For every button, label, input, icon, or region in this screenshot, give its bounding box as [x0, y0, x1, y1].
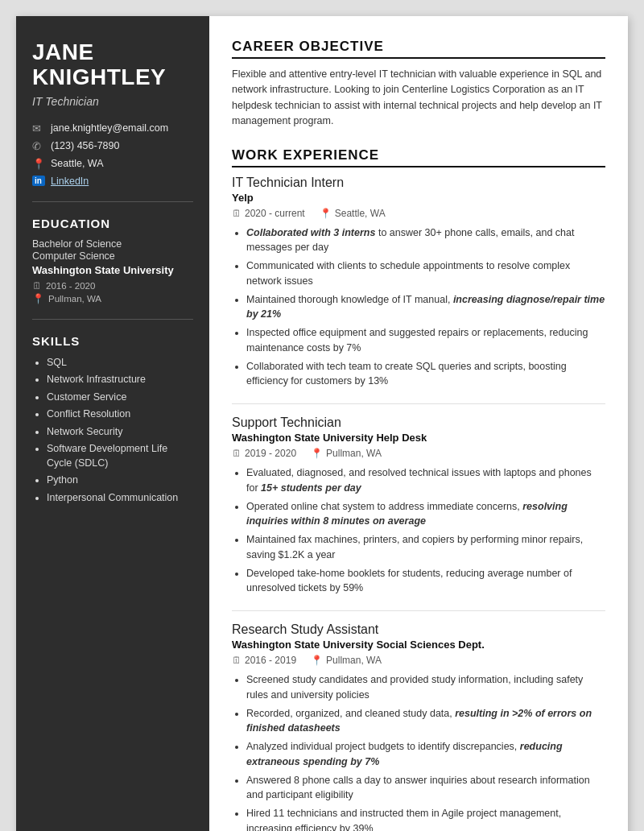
bullet: Developed take-home booklets for student… — [246, 566, 605, 597]
job-2-company: Washington State University Help Desk — [232, 432, 605, 444]
skill-item: Python — [47, 473, 193, 488]
job-1-location: 📍 Seattle, WA — [320, 208, 386, 219]
work-experience-title: WORK EXPERIENCE — [232, 147, 605, 167]
bullet: Answered 8 phone calls a day to answer i… — [246, 773, 605, 804]
pin-icon-3: 📍 — [311, 655, 323, 666]
bullet: Collaborated with 3 interns to answer 30… — [246, 225, 605, 256]
bullet: Maintained fax machines, printers, and c… — [246, 532, 605, 563]
edu-school: Washington State University — [32, 264, 193, 276]
contact-location: 📍 Seattle, WA — [32, 158, 193, 170]
job-1: IT Technician Intern Yelp 🗓 2020 - curre… — [232, 176, 605, 390]
job-1-meta: 🗓 2020 - current 📍 Seattle, WA — [232, 208, 605, 219]
pin-icon-2: 📍 — [311, 448, 323, 459]
bullet: Recorded, organized, and cleaned study d… — [246, 706, 605, 737]
skill-item: Network Infrastructure — [47, 373, 193, 387]
bullet: Analyzed individual project budgets to i… — [246, 739, 605, 770]
job-3-location: 📍 Pullman, WA — [311, 655, 382, 666]
candidate-title: IT Technician — [32, 95, 193, 108]
contact-phone: ✆ (123) 456-7890 — [32, 140, 193, 152]
job-1-bullets: Collaborated with 3 interns to answer 30… — [232, 225, 605, 390]
bullet: Inspected office equipment and suggested… — [246, 325, 605, 356]
job-3-years: 🗓 2016 - 2019 — [232, 655, 296, 666]
job-2-title: Support Technician — [232, 416, 605, 430]
linkedin-link[interactable]: LinkedIn — [51, 176, 89, 187]
edu-field: Computer Science — [32, 250, 193, 262]
job-1-title: IT Technician Intern — [232, 176, 605, 190]
sidebar: JANE KNIGHTLEY IT Technician ✉ jane.knig… — [16, 16, 209, 831]
candidate-name: JANE KNIGHTLEY — [32, 40, 193, 90]
job-3-meta: 🗓 2016 - 2019 📍 Pullman, WA — [232, 655, 605, 666]
divider-work-2 — [232, 610, 605, 611]
skill-item: Customer Service — [47, 391, 193, 405]
divider-1 — [32, 201, 193, 202]
location-icon: 📍 — [32, 158, 45, 170]
calendar-icon-1: 🗓 — [232, 208, 242, 219]
edu-degree: Bachelor of Science — [32, 238, 193, 250]
linkedin-icon: in — [32, 176, 45, 186]
bullet: Evaluated, diagnosed, and resolved techn… — [246, 465, 605, 496]
skill-item: Conflict Resolution — [47, 407, 193, 422]
bullet: Screened study candidates and provided s… — [246, 672, 605, 703]
edu-years: 🗓 2016 - 2020 — [32, 280, 193, 291]
pin-icon-1: 📍 — [320, 208, 332, 219]
skills-section-title: SKILLS — [32, 334, 193, 348]
education-section-title: EDUCATION — [32, 217, 193, 230]
calendar-icon: 🗓 — [32, 280, 42, 291]
calendar-icon-3: 🗓 — [232, 655, 242, 666]
bullet: Communicated with clients to schedule ap… — [246, 258, 605, 289]
skills-list: SQL Network Infrastructure Customer Serv… — [32, 356, 193, 506]
divider-work-1 — [232, 403, 605, 404]
contact-section: ✉ jane.knightley@email.com ✆ (123) 456-7… — [32, 122, 193, 187]
bullet: Maintained thorough knowledge of IT manu… — [246, 292, 605, 323]
job-2: Support Technician Washington State Univ… — [232, 416, 605, 596]
job-3: Research Study Assistant Washington Stat… — [232, 622, 605, 831]
skill-item: Software Development Life Cycle (SDLC) — [47, 442, 193, 470]
skill-item: Interpersonal Communication — [47, 491, 193, 506]
bullet: Operated online chat system to address i… — [246, 499, 605, 530]
skill-item: Network Security — [47, 425, 193, 440]
contact-email: ✉ jane.knightley@email.com — [32, 122, 193, 134]
bullet: Hired 11 technicians and instructed them… — [246, 806, 605, 831]
main-content: CAREER OBJECTIVE Flexible and attentive … — [209, 16, 628, 831]
bullet: Collaborated with tech team to create SQ… — [246, 359, 605, 390]
job-1-years: 🗓 2020 - current — [232, 208, 305, 219]
job-1-company: Yelp — [232, 192, 605, 204]
job-2-bullets: Evaluated, diagnosed, and resolved techn… — [232, 465, 605, 596]
phone-icon: ✆ — [32, 140, 45, 152]
job-2-location: 📍 Pullman, WA — [311, 448, 382, 459]
calendar-icon-2: 🗓 — [232, 448, 242, 459]
divider-2 — [32, 319, 193, 320]
skill-item: SQL — [47, 356, 193, 370]
pin-icon-edu: 📍 — [32, 293, 44, 304]
career-objective-text: Flexible and attentive entry-level IT te… — [232, 67, 605, 130]
job-3-company: Washington State University Social Scien… — [232, 639, 605, 651]
job-3-title: Research Study Assistant — [232, 622, 605, 637]
resume-container: JANE KNIGHTLEY IT Technician ✉ jane.knig… — [16, 16, 628, 831]
contact-linkedin[interactable]: in LinkedIn — [32, 176, 193, 187]
career-objective-title: CAREER OBJECTIVE — [232, 39, 605, 59]
email-icon: ✉ — [32, 122, 45, 134]
job-2-meta: 🗓 2019 - 2020 📍 Pullman, WA — [232, 448, 605, 459]
edu-location: 📍 Pullman, WA — [32, 293, 193, 304]
job-2-years: 🗓 2019 - 2020 — [232, 448, 296, 459]
job-3-bullets: Screened study candidates and provided s… — [232, 672, 605, 831]
